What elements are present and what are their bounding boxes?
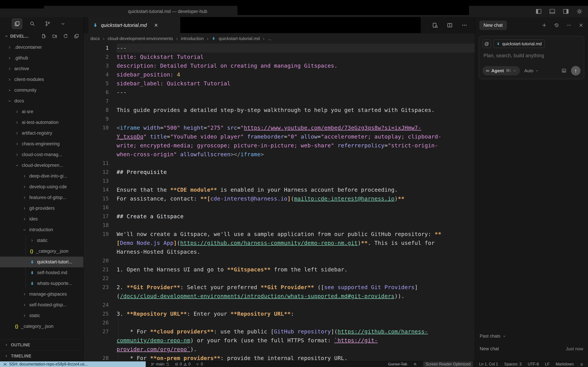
code-line-11[interactable]: 11 — [84, 159, 475, 168]
refresh-icon[interactable] — [63, 33, 68, 39]
zoom-in-icon[interactable] — [413, 362, 417, 366]
code-line-12[interactable]: 12## Prerequisite — [84, 168, 475, 176]
code-line-1[interactable]: 1--- — [84, 44, 475, 52]
code-line-27-wrap[interactable]: community/demo-repo-nm) or your fork (us… — [84, 336, 475, 345]
code-line-17[interactable]: 17## Create a Gitspace — [84, 212, 475, 221]
attach-image-icon[interactable] — [561, 68, 567, 73]
tree-item-client-modules[interactable]: client-modules — [0, 74, 83, 85]
breadcrumb-cde[interactable]: cloud-development-environments — [108, 36, 173, 41]
code-line-10-wrap[interactable]: write; encrypted-media; gyroscope; pictu… — [84, 141, 475, 150]
eol-status[interactable]: LF — [545, 362, 549, 367]
code-editor[interactable]: 1---2title: Quickstart Tutorial3descript… — [84, 44, 475, 361]
breadcrumb-introduction[interactable]: introduction — [181, 36, 204, 41]
close-chat-icon[interactable] — [579, 23, 584, 28]
tree-item-static[interactable]: static — [0, 235, 83, 246]
code-line-7[interactable]: 7 — [84, 97, 475, 106]
tree-item-whats-supporte-[interactable]: whats-supporte... — [0, 278, 83, 289]
past-chat-item[interactable]: New chat Just now — [480, 346, 583, 351]
code-line-25[interactable]: 253. **Repository URL**: Enter your **Re… — [84, 309, 475, 318]
code-line-23-wrap[interactable]: (/docs/cloud-development-environments/in… — [84, 292, 475, 300]
tree-item-self-hosted-md[interactable]: self-hosted.md — [0, 267, 83, 278]
chat-history-icon[interactable] — [554, 23, 559, 28]
code-line-24[interactable]: 24 — [84, 300, 475, 309]
tree-item--category-json[interactable]: {}_category_.json — [0, 321, 83, 332]
cursor-tab-status[interactable]: Cursor Tab — [388, 362, 407, 367]
tree-item-artifact-registry[interactable]: artifact-registry — [0, 128, 83, 139]
code-line-27[interactable]: 27 * For **cloud providers**: use the pu… — [84, 327, 475, 336]
tree-item-chaos-engineering[interactable]: chaos-engineering — [0, 139, 83, 149]
split-editor-icon[interactable] — [447, 22, 453, 28]
close-tab-icon[interactable]: × — [154, 22, 158, 28]
tree-item-introduction[interactable]: introduction — [0, 224, 83, 235]
add-context-button[interactable]: @ — [483, 40, 491, 48]
language-mode-status[interactable]: Markdown — [556, 362, 574, 367]
problems-status[interactable]: 0 0 — [175, 362, 191, 367]
chat-more-icon[interactable] — [566, 23, 571, 28]
code-line-18[interactable]: 18 — [84, 221, 475, 230]
search-icon[interactable] — [27, 18, 38, 29]
code-line-19-wrap[interactable]: [Demo Node.js App](https://github.com/ha… — [84, 239, 475, 247]
send-button[interactable]: ↑ — [571, 66, 580, 75]
settings-gear-icon[interactable] — [576, 8, 583, 15]
code-line-23[interactable]: 232. **Git Provider**: Select your prefe… — [84, 283, 475, 292]
tree-item-docs[interactable]: docs — [0, 96, 83, 106]
code-line-21[interactable]: 211. Open the Harness UI and go to **Git… — [84, 265, 475, 274]
code-line-26[interactable]: 26 — [84, 318, 475, 327]
chat-input-box[interactable]: @ quickstart-tutorial.md Plan, search, b… — [479, 36, 584, 79]
code-line-16[interactable]: 16 — [84, 203, 475, 212]
tree-item-ides[interactable]: ides — [0, 214, 83, 224]
more-actions-icon[interactable] — [461, 22, 467, 28]
code-line-10-wrap[interactable]: Y_txspDq" title="YouTube video player" f… — [84, 132, 475, 141]
agent-mode-dropdown[interactable]: ∞ Agent ⌘I — [483, 66, 520, 75]
indentation-status[interactable]: Spaces: 3 — [504, 362, 522, 367]
git-branch-status[interactable]: main — [151, 362, 169, 367]
tree-item-cloud-cost-manag-[interactable]: cloud-cost-manag... — [0, 149, 83, 160]
code-line-10[interactable]: 10<iframe width="500" height="275" src="… — [84, 123, 475, 132]
code-line-28[interactable]: 28 * For **on-prem providers**: provide … — [84, 354, 475, 361]
code-line-27-wrap[interactable]: provider.com/org/repo`). — [84, 345, 475, 354]
code-line-13[interactable]: 13 — [84, 176, 475, 185]
explorer-icon[interactable] — [12, 18, 23, 29]
collapse-folders-icon[interactable] — [74, 33, 79, 39]
sidebar-panel-timeline[interactable]: TIMELINE — [0, 350, 83, 361]
tree-item-cloud-developmen-[interactable]: cloud-developmen... — [0, 160, 83, 171]
code-line-2[interactable]: 2title: Quickstart Tutorial — [84, 52, 475, 61]
code-line-15[interactable]: 15For assistance, contact: **[cde-intere… — [84, 194, 475, 203]
tree-item-deep-dive-into-gi-[interactable]: deep-dive-into-gi... — [0, 171, 83, 182]
model-dropdown[interactable]: Auto — [524, 68, 539, 74]
tree-item-features-of-gitsp-[interactable]: features-of-gitsp... — [0, 192, 83, 203]
tree-item-manage-gitspaces[interactable]: manage-gitspaces — [0, 289, 83, 300]
sidebar-panel-outline[interactable]: OUTLINE — [0, 339, 83, 350]
breadcrumb-file[interactable]: quickstart-tutorial.md — [219, 36, 260, 41]
tree-item-self-hosted-gitsp-[interactable]: self-hosted-gitsp... — [0, 300, 83, 310]
new-folder-icon[interactable] — [52, 33, 57, 39]
tree-item--devcontainer[interactable]: .devcontainer — [0, 42, 83, 53]
code-line-20[interactable]: 20 — [84, 256, 475, 265]
tree-item-static[interactable]: static — [0, 310, 83, 321]
tree-item-ai-sre[interactable]: ai-sre — [0, 106, 83, 117]
toggle-right-sidebar-icon[interactable] — [563, 8, 569, 15]
code-line-9[interactable]: 9 — [84, 115, 475, 123]
tab-quickstart-tutorial[interactable]: quickstart-tutorial.md × — [88, 17, 189, 33]
code-line-4[interactable]: 4sidebar_position: 4 — [84, 70, 475, 79]
toggle-left-sidebar-icon[interactable] — [535, 8, 542, 15]
tree-item-ai-test-automation[interactable]: ai-test-automation — [0, 117, 83, 128]
breadcrumb-docs[interactable]: docs — [90, 36, 100, 41]
tree-item--category-json[interactable]: {}_category_.json — [0, 246, 83, 257]
code-line-19-wrap[interactable]: Harness-Hosted Gitspaces. — [84, 247, 475, 256]
code-line-8[interactable]: 8This guide provides a detailed step-by-… — [84, 106, 475, 115]
open-preview-icon[interactable] — [432, 22, 438, 28]
code-line-22[interactable]: 22 — [84, 274, 475, 283]
code-line-3[interactable]: 3description: Detailed Tutorial on creat… — [84, 61, 475, 70]
code-line-14[interactable]: 14Ensure that the **CDE module** is enab… — [84, 185, 475, 194]
encoding-status[interactable]: UTF-8 — [528, 362, 539, 367]
code-line-19[interactable]: 19We'll now create a Gitspace, we'll use… — [84, 230, 475, 239]
screen-reader-status[interactable]: Screen Reader Optimized — [423, 361, 473, 367]
ports-status[interactable]: 0 — [196, 362, 203, 367]
bell-icon[interactable] — [580, 362, 584, 366]
code-line-5[interactable]: 5sidebar_label: Quickstart Tutorial — [84, 79, 475, 88]
toggle-bottom-panel-icon[interactable] — [549, 8, 556, 15]
new-file-icon[interactable] — [41, 33, 46, 39]
code-line-10-wrap[interactable]: when-cross-origin" allowfullscreen></ifr… — [84, 150, 475, 159]
explorer-section-header[interactable]: DEVEL... — [0, 30, 83, 42]
